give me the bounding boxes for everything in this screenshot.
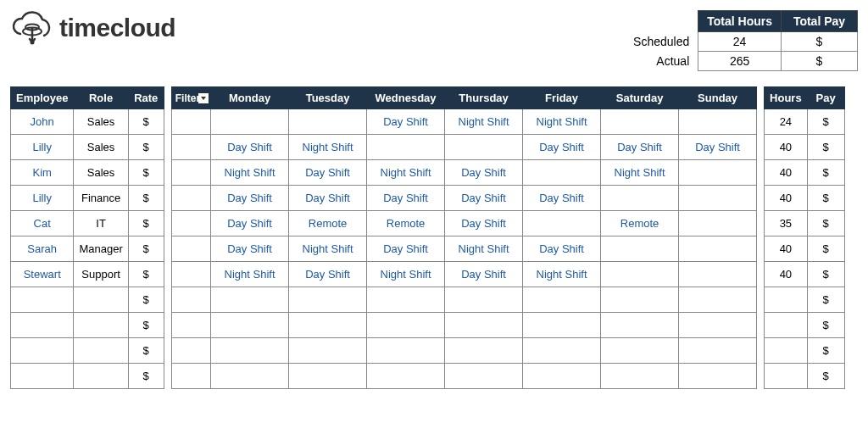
col-day: Friday — [523, 87, 601, 109]
shift-cell — [367, 364, 445, 389]
shift-cell — [445, 338, 523, 364]
shift-cell[interactable]: Night Shift — [601, 160, 679, 186]
shift-cell[interactable]: Day Shift — [445, 186, 523, 211]
table-row: 24$ — [765, 109, 845, 135]
shift-cell[interactable]: Remote — [289, 211, 367, 236]
shift-cell[interactable]: Night Shift — [211, 160, 289, 186]
employee-rate: $ — [128, 135, 164, 160]
shift-cell — [679, 262, 757, 287]
shift-cell — [601, 109, 679, 135]
shift-cell[interactable]: Night Shift — [445, 109, 523, 135]
row-pay: $ — [807, 160, 844, 186]
filter-cell — [171, 109, 210, 135]
row-hours: 40 — [765, 186, 808, 211]
shift-cell — [211, 364, 289, 389]
shift-cell[interactable]: Day Shift — [289, 186, 367, 211]
shift-cell[interactable]: Day Shift — [211, 186, 289, 211]
shift-cell[interactable]: Day Shift — [523, 236, 601, 262]
table-row: JohnSales$ — [11, 109, 164, 135]
shift-cell[interactable]: Night Shift — [445, 236, 523, 262]
shift-cell[interactable]: Day Shift — [445, 262, 523, 287]
row-pay: $ — [807, 364, 844, 389]
shift-cell — [679, 211, 757, 236]
employee-name[interactable]: Cat — [11, 211, 74, 236]
shift-cell[interactable]: Day Shift — [289, 160, 367, 186]
col-filter[interactable]: Filter — [171, 87, 210, 109]
summary-row-label: Scheduled — [625, 32, 698, 52]
shift-cell[interactable]: Day Shift — [679, 135, 757, 160]
schedule-table: Filter MondayTuesdayWednesdayThursdayFri… — [171, 86, 757, 389]
row-hours: 40 — [765, 262, 808, 287]
employee-rate: $ — [128, 211, 164, 236]
dropdown-icon[interactable] — [198, 93, 209, 103]
employee-name[interactable]: Kim — [11, 160, 74, 186]
col-day: Wednesday — [367, 87, 445, 109]
shift-cell[interactable]: Night Shift — [289, 135, 367, 160]
shift-cell — [601, 338, 679, 364]
table-row — [171, 287, 756, 313]
shift-cell — [601, 313, 679, 338]
table-row: $ — [765, 364, 845, 389]
employee-name[interactable]: Sarah — [11, 236, 74, 262]
shift-cell — [679, 160, 757, 186]
shift-cell[interactable]: Day Shift — [445, 160, 523, 186]
filter-cell — [171, 313, 210, 338]
filter-cell — [171, 236, 210, 262]
shift-cell[interactable]: Night Shift — [211, 262, 289, 287]
employee-name[interactable]: John — [11, 109, 74, 135]
shift-cell — [445, 313, 523, 338]
employee-name — [11, 364, 74, 389]
employee-rate: $ — [128, 287, 164, 313]
shift-cell[interactable]: Day Shift — [211, 211, 289, 236]
shift-cell[interactable]: Day Shift — [523, 186, 601, 211]
summary-row-label: Actual — [625, 52, 698, 71]
shift-cell — [523, 211, 601, 236]
shift-cell[interactable]: Day Shift — [211, 135, 289, 160]
employee-rate: $ — [128, 262, 164, 287]
row-hours: 24 — [765, 109, 808, 135]
table-row: Day ShiftNight ShiftDay ShiftDay ShiftDa… — [171, 135, 756, 160]
shift-cell — [211, 338, 289, 364]
col-day: Saturday — [601, 87, 679, 109]
table-row: 40$ — [765, 135, 845, 160]
employee-name[interactable]: Stewart — [11, 262, 74, 287]
shift-cell — [445, 135, 523, 160]
shift-cell[interactable]: Day Shift — [367, 109, 445, 135]
table-row: 40$ — [765, 262, 845, 287]
shift-cell[interactable]: Day Shift — [445, 211, 523, 236]
shift-cell — [289, 338, 367, 364]
shift-cell[interactable]: Night Shift — [289, 236, 367, 262]
table-row — [171, 313, 756, 338]
row-hours: 40 — [765, 135, 808, 160]
employee-name[interactable]: Lilly — [11, 186, 74, 211]
shift-cell[interactable]: Day Shift — [601, 135, 679, 160]
employee-name[interactable]: Lilly — [11, 135, 74, 160]
shift-cell — [601, 287, 679, 313]
shift-cell[interactable]: Night Shift — [523, 262, 601, 287]
shift-cell[interactable]: Night Shift — [523, 109, 601, 135]
shift-cell[interactable]: Night Shift — [367, 160, 445, 186]
shift-cell[interactable]: Day Shift — [211, 236, 289, 262]
table-row: 40$ — [765, 236, 845, 262]
shift-cell[interactable]: Remote — [601, 211, 679, 236]
table-row: $ — [11, 364, 164, 389]
brand-name: timecloud — [59, 14, 175, 42]
filter-cell — [171, 211, 210, 236]
filter-cell — [171, 287, 210, 313]
shift-cell[interactable]: Remote — [367, 211, 445, 236]
shift-cell[interactable]: Day Shift — [523, 135, 601, 160]
shift-cell[interactable]: Day Shift — [367, 186, 445, 211]
shift-cell[interactable]: Night Shift — [367, 262, 445, 287]
shift-cell — [289, 313, 367, 338]
shift-cell — [601, 236, 679, 262]
filter-cell — [171, 186, 210, 211]
shift-cell[interactable]: Day Shift — [367, 236, 445, 262]
row-pay: $ — [807, 287, 844, 313]
row-pay: $ — [807, 109, 844, 135]
row-hours: 35 — [765, 211, 808, 236]
employee-role: IT — [74, 211, 128, 236]
shift-cell[interactable]: Day Shift — [289, 262, 367, 287]
row-pay: $ — [807, 236, 844, 262]
employee-role — [74, 338, 128, 364]
table-row: StewartSupport$ — [11, 262, 164, 287]
